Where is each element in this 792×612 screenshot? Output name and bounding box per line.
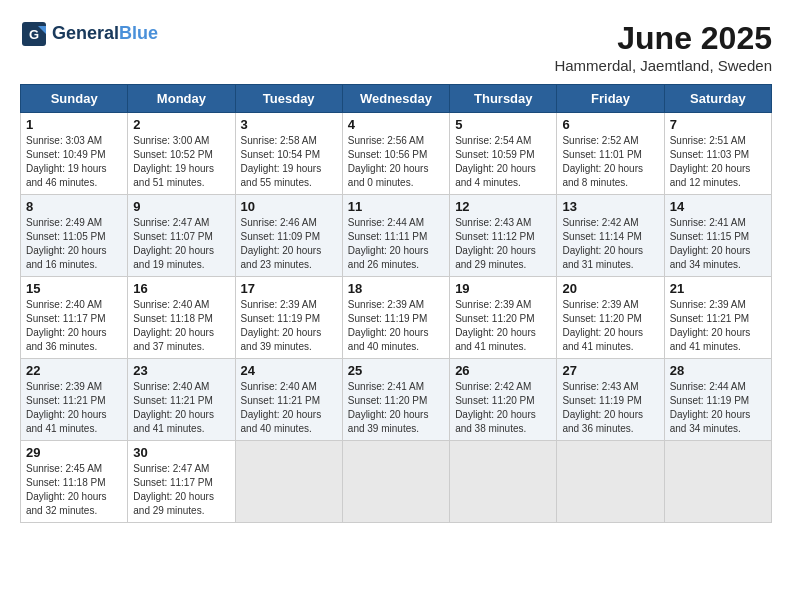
- calendar-cell: 19Sunrise: 2:39 AMSunset: 11:20 PMDaylig…: [450, 277, 557, 359]
- day-number: 6: [562, 117, 658, 132]
- day-info: Sunrise: 2:43 AMSunset: 11:19 PMDaylight…: [562, 380, 658, 436]
- calendar-cell: 21Sunrise: 2:39 AMSunset: 11:21 PMDaylig…: [664, 277, 771, 359]
- month-year: June 2025: [554, 20, 772, 57]
- day-info: Sunrise: 2:52 AMSunset: 11:01 PMDaylight…: [562, 134, 658, 190]
- calendar-cell: 22Sunrise: 2:39 AMSunset: 11:21 PMDaylig…: [21, 359, 128, 441]
- day-number: 21: [670, 281, 766, 296]
- day-info: Sunrise: 2:45 AMSunset: 11:18 PMDaylight…: [26, 462, 122, 518]
- calendar-cell: 24Sunrise: 2:40 AMSunset: 11:21 PMDaylig…: [235, 359, 342, 441]
- weekday-monday: Monday: [128, 85, 235, 113]
- calendar-cell: 3Sunrise: 2:58 AMSunset: 10:54 PMDayligh…: [235, 113, 342, 195]
- day-info: Sunrise: 3:00 AMSunset: 10:52 PMDaylight…: [133, 134, 229, 190]
- calendar-cell: 9Sunrise: 2:47 AMSunset: 11:07 PMDayligh…: [128, 195, 235, 277]
- day-number: 12: [455, 199, 551, 214]
- day-number: 10: [241, 199, 337, 214]
- day-info: Sunrise: 2:54 AMSunset: 10:59 PMDaylight…: [455, 134, 551, 190]
- calendar-cell: [557, 441, 664, 523]
- day-number: 13: [562, 199, 658, 214]
- day-info: Sunrise: 2:46 AMSunset: 11:09 PMDaylight…: [241, 216, 337, 272]
- calendar-cell: 20Sunrise: 2:39 AMSunset: 11:20 PMDaylig…: [557, 277, 664, 359]
- day-info: Sunrise: 2:49 AMSunset: 11:05 PMDaylight…: [26, 216, 122, 272]
- title-block: June 2025 Hammerdal, Jaemtland, Sweden: [554, 20, 772, 74]
- day-number: 2: [133, 117, 229, 132]
- day-info: Sunrise: 2:51 AMSunset: 11:03 PMDaylight…: [670, 134, 766, 190]
- calendar-cell: 29Sunrise: 2:45 AMSunset: 11:18 PMDaylig…: [21, 441, 128, 523]
- calendar-cell: 16Sunrise: 2:40 AMSunset: 11:18 PMDaylig…: [128, 277, 235, 359]
- day-number: 17: [241, 281, 337, 296]
- calendar-cell: 4Sunrise: 2:56 AMSunset: 10:56 PMDayligh…: [342, 113, 449, 195]
- calendar-cell: [235, 441, 342, 523]
- day-number: 3: [241, 117, 337, 132]
- calendar-header: Sunday Monday Tuesday Wednesday Thursday…: [21, 85, 772, 113]
- day-number: 14: [670, 199, 766, 214]
- day-info: Sunrise: 2:39 AMSunset: 11:20 PMDaylight…: [455, 298, 551, 354]
- logo-text: GeneralBlue: [52, 24, 158, 44]
- calendar-cell: 18Sunrise: 2:39 AMSunset: 11:19 PMDaylig…: [342, 277, 449, 359]
- weekday-friday: Friday: [557, 85, 664, 113]
- day-number: 1: [26, 117, 122, 132]
- logo-icon: G: [20, 20, 48, 48]
- logo: G GeneralBlue: [20, 20, 158, 48]
- day-info: Sunrise: 2:40 AMSunset: 11:21 PMDaylight…: [133, 380, 229, 436]
- day-number: 18: [348, 281, 444, 296]
- calendar-table: Sunday Monday Tuesday Wednesday Thursday…: [20, 84, 772, 523]
- day-info: Sunrise: 2:40 AMSunset: 11:17 PMDaylight…: [26, 298, 122, 354]
- day-info: Sunrise: 2:56 AMSunset: 10:56 PMDaylight…: [348, 134, 444, 190]
- day-info: Sunrise: 2:41 AMSunset: 11:15 PMDaylight…: [670, 216, 766, 272]
- day-number: 29: [26, 445, 122, 460]
- calendar-cell: 7Sunrise: 2:51 AMSunset: 11:03 PMDayligh…: [664, 113, 771, 195]
- day-info: Sunrise: 2:47 AMSunset: 11:07 PMDaylight…: [133, 216, 229, 272]
- day-info: Sunrise: 2:39 AMSunset: 11:19 PMDaylight…: [348, 298, 444, 354]
- day-number: 15: [26, 281, 122, 296]
- weekday-tuesday: Tuesday: [235, 85, 342, 113]
- calendar-cell: [450, 441, 557, 523]
- day-number: 19: [455, 281, 551, 296]
- day-number: 23: [133, 363, 229, 378]
- calendar-cell: 8Sunrise: 2:49 AMSunset: 11:05 PMDayligh…: [21, 195, 128, 277]
- day-info: Sunrise: 2:47 AMSunset: 11:17 PMDaylight…: [133, 462, 229, 518]
- calendar-cell: 26Sunrise: 2:42 AMSunset: 11:20 PMDaylig…: [450, 359, 557, 441]
- calendar-cell: 28Sunrise: 2:44 AMSunset: 11:19 PMDaylig…: [664, 359, 771, 441]
- day-info: Sunrise: 2:39 AMSunset: 11:20 PMDaylight…: [562, 298, 658, 354]
- day-number: 22: [26, 363, 122, 378]
- weekday-sunday: Sunday: [21, 85, 128, 113]
- day-info: Sunrise: 2:40 AMSunset: 11:21 PMDaylight…: [241, 380, 337, 436]
- day-info: Sunrise: 2:39 AMSunset: 11:21 PMDaylight…: [26, 380, 122, 436]
- day-info: Sunrise: 2:42 AMSunset: 11:20 PMDaylight…: [455, 380, 551, 436]
- day-number: 4: [348, 117, 444, 132]
- calendar-cell: 30Sunrise: 2:47 AMSunset: 11:17 PMDaylig…: [128, 441, 235, 523]
- calendar-cell: 17Sunrise: 2:39 AMSunset: 11:19 PMDaylig…: [235, 277, 342, 359]
- day-number: 28: [670, 363, 766, 378]
- calendar-cell: 12Sunrise: 2:43 AMSunset: 11:12 PMDaylig…: [450, 195, 557, 277]
- day-number: 5: [455, 117, 551, 132]
- calendar-cell: 5Sunrise: 2:54 AMSunset: 10:59 PMDayligh…: [450, 113, 557, 195]
- day-info: Sunrise: 2:44 AMSunset: 11:11 PMDaylight…: [348, 216, 444, 272]
- calendar-cell: [342, 441, 449, 523]
- day-info: Sunrise: 3:03 AMSunset: 10:49 PMDaylight…: [26, 134, 122, 190]
- calendar-cell: 23Sunrise: 2:40 AMSunset: 11:21 PMDaylig…: [128, 359, 235, 441]
- day-number: 16: [133, 281, 229, 296]
- day-number: 25: [348, 363, 444, 378]
- calendar-cell: 25Sunrise: 2:41 AMSunset: 11:20 PMDaylig…: [342, 359, 449, 441]
- day-number: 24: [241, 363, 337, 378]
- calendar-cell: 11Sunrise: 2:44 AMSunset: 11:11 PMDaylig…: [342, 195, 449, 277]
- day-number: 20: [562, 281, 658, 296]
- day-info: Sunrise: 2:39 AMSunset: 11:21 PMDaylight…: [670, 298, 766, 354]
- day-number: 11: [348, 199, 444, 214]
- day-info: Sunrise: 2:41 AMSunset: 11:20 PMDaylight…: [348, 380, 444, 436]
- calendar-cell: 2Sunrise: 3:00 AMSunset: 10:52 PMDayligh…: [128, 113, 235, 195]
- calendar-cell: 15Sunrise: 2:40 AMSunset: 11:17 PMDaylig…: [21, 277, 128, 359]
- page-header: G GeneralBlue June 2025 Hammerdal, Jaemt…: [20, 20, 772, 74]
- location: Hammerdal, Jaemtland, Sweden: [554, 57, 772, 74]
- weekday-wednesday: Wednesday: [342, 85, 449, 113]
- day-number: 7: [670, 117, 766, 132]
- day-number: 9: [133, 199, 229, 214]
- weekday-thursday: Thursday: [450, 85, 557, 113]
- day-info: Sunrise: 2:43 AMSunset: 11:12 PMDaylight…: [455, 216, 551, 272]
- day-info: Sunrise: 2:58 AMSunset: 10:54 PMDaylight…: [241, 134, 337, 190]
- calendar-cell: [664, 441, 771, 523]
- calendar-cell: 1Sunrise: 3:03 AMSunset: 10:49 PMDayligh…: [21, 113, 128, 195]
- day-info: Sunrise: 2:39 AMSunset: 11:19 PMDaylight…: [241, 298, 337, 354]
- calendar-cell: 13Sunrise: 2:42 AMSunset: 11:14 PMDaylig…: [557, 195, 664, 277]
- calendar-body: 1Sunrise: 3:03 AMSunset: 10:49 PMDayligh…: [21, 113, 772, 523]
